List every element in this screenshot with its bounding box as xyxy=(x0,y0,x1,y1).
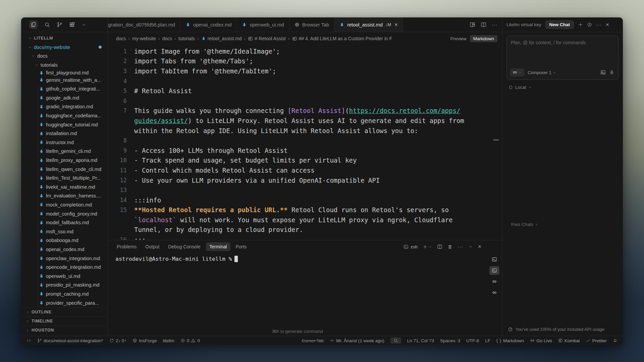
past-chats-link[interactable]: Past Chats xyxy=(511,222,538,227)
microphone-icon[interactable] xyxy=(609,70,614,75)
breadcrumb-item[interactable]: ## 4. Add LiteLLM as a Custom Provider i… xyxy=(292,36,392,41)
file-model-fallbacks-md[interactable]: model_fallbacks.md xyxy=(21,218,108,227)
chat-tab-previous[interactable]: Litellm virtual key xyxy=(506,22,541,27)
file-instructor-md[interactable]: instructor.md xyxy=(21,138,108,147)
split-icon[interactable] xyxy=(481,22,486,27)
close-panel-icon[interactable]: × xyxy=(478,243,481,250)
terminal-instance[interactable] xyxy=(489,255,499,264)
file-gemini-realtime-with-a-[interactable]: gemini_realtime_with_a... xyxy=(21,75,108,84)
file-huggingface-codellama-[interactable]: huggingface_codellama... xyxy=(21,111,108,120)
terminal-tab-terminal[interactable]: Terminal xyxy=(206,242,230,251)
file-litellm-qwen-code-cli-md[interactable]: litellm_qwen_code_cli.md xyxy=(21,165,108,174)
environment-selector[interactable]: Local xyxy=(508,85,619,90)
breadcrumb-item[interactable]: my-website xyxy=(132,36,156,41)
section-houston[interactable]: HOUSTON xyxy=(21,325,108,335)
folder-tutorials[interactable]: tutorials xyxy=(21,61,108,70)
split-terminal-icon[interactable] xyxy=(437,244,442,249)
file-opencode-integration-md[interactable]: opencode_integration.md xyxy=(21,263,108,272)
status-mr-nand-1-week-ago-[interactable]: Mr. Ånand (1 week ago) xyxy=(330,338,384,343)
folder-docs-my-website[interactable]: docs/my-website xyxy=(21,43,108,52)
status-lf[interactable]: LF xyxy=(485,338,490,343)
chat-more-icon[interactable]: ··· xyxy=(596,22,602,27)
status-item[interactable]: 00 xyxy=(180,338,200,343)
section-timeline[interactable]: TIMELINE xyxy=(21,316,108,325)
status-kombai[interactable]: Kombai xyxy=(558,338,580,343)
attach-image-icon[interactable] xyxy=(600,70,606,75)
file-first-playground-md[interactable]: first_playground.md xyxy=(21,69,108,75)
file-lm-evaluation-harness-[interactable]: lm_evaluation_harness.... xyxy=(21,191,108,200)
file-livekit-xai-realtime-md[interactable]: livekit_xai_realtime.md xyxy=(21,183,108,192)
folder-docs[interactable]: docs xyxy=(21,52,108,61)
terminal-tab-problems[interactable]: Problems xyxy=(113,242,140,251)
tab-browser-tab[interactable]: Browser Tab xyxy=(289,17,334,32)
file-oobabooga-md[interactable]: oobabooga.md xyxy=(21,236,108,245)
tab-openai-codex-md[interactable]: openai_codex.md xyxy=(180,17,237,32)
status-insforge[interactable]: InsForge xyxy=(132,338,157,343)
status-utf-8[interactable]: UTF-8 xyxy=(466,338,479,343)
file-prompt-caching-md[interactable]: prompt_caching.md xyxy=(21,290,108,299)
file-msft-sso-md[interactable]: msft_sso.md xyxy=(21,227,108,236)
activity-search-button[interactable] xyxy=(44,22,50,27)
file-model-config-proxy-md[interactable]: model_config_proxy.md xyxy=(21,209,108,218)
tab-retool-assist-md[interactable]: retool_assist.md↓M× xyxy=(334,17,403,32)
chat-tab-new-chat[interactable]: New Chat xyxy=(545,20,574,29)
terminal-more-icon[interactable]: ··· xyxy=(458,244,463,249)
breadcrumb-item[interactable]: # Retool Assist xyxy=(248,36,286,41)
chat-history-icon[interactable] xyxy=(587,22,592,27)
file-provider-specific-para-[interactable]: provider_specific_para... xyxy=(21,298,108,307)
status-bell[interactable] xyxy=(613,338,618,343)
scrollbar-marker[interactable] xyxy=(493,139,499,140)
status-docs-retool-assist-integration-[interactable]: docs/retool-assist-integration* xyxy=(37,338,103,343)
terminal-tab-ports[interactable]: Ports xyxy=(232,242,250,251)
status-spaces-3[interactable]: Spaces: 3 xyxy=(440,338,460,343)
tab-gration-doc-d075fd58-plan-md[interactable]: gration_doc_d075fd58.plan.md xyxy=(108,17,180,32)
new-terminal-button[interactable] xyxy=(423,244,432,249)
status-litellm[interactable]: litellm xyxy=(163,338,174,343)
terminal-tab-debug-console[interactable]: Debug Console xyxy=(165,242,204,251)
kill-terminal-icon[interactable] xyxy=(447,244,452,249)
status-go-live[interactable]: Go Live xyxy=(530,338,552,343)
file-gradio-integration-md[interactable]: gradio_integration.md xyxy=(21,102,108,111)
preview-button[interactable]: Preview xyxy=(450,36,467,41)
activity-extensions-button[interactable] xyxy=(69,22,75,27)
file-installation-md[interactable]: installation.md xyxy=(21,129,108,138)
composer-selector[interactable]: Composer 1 xyxy=(528,70,556,75)
file-google-adk-md[interactable]: google_adk.md xyxy=(21,94,108,103)
breadcrumb-item[interactable]: retool_assist.md xyxy=(201,36,242,41)
chat-input[interactable]: Plan, @ for context, / for commands ∞ Co… xyxy=(506,36,619,80)
split-search-icon[interactable] xyxy=(470,22,475,27)
tab-close-icon[interactable]: × xyxy=(394,21,398,28)
status-markdown[interactable]: { }Markdown xyxy=(496,338,524,343)
terminal-instance[interactable] xyxy=(489,266,499,275)
section-outline[interactable]: OUTLINE xyxy=(21,307,108,316)
status-cursor-tab[interactable]: Cursor Tab xyxy=(302,338,324,343)
file-presidio-pii-masking-md[interactable]: presidio_pii_masking.md xyxy=(21,281,108,290)
activity-git-branch-button[interactable] xyxy=(57,22,62,27)
status-ln-71-col-73[interactable]: Ln 71, Col 73 xyxy=(407,338,434,343)
file-litellm-test-multiple-pr-[interactable]: litellm_Test_Multiple_Pr... xyxy=(21,174,108,183)
model-selector[interactable]: ∞ xyxy=(510,68,524,76)
tab-openweb-ui-md[interactable]: openweb_ui.md xyxy=(237,17,289,32)
file-openweb-ui-md[interactable]: openweb_ui.md xyxy=(21,272,108,281)
shell-indicator[interactable]: zsh xyxy=(404,244,418,249)
file-github-copilot-integrati-[interactable]: github_copilot_integrati... xyxy=(21,84,108,94)
terminal-body[interactable]: astrodevil@Astro-Mac-mini litellm % ⌘K t… xyxy=(108,253,502,336)
agent-terminal-instance[interactable]: ∞ xyxy=(489,288,499,297)
file-openai-codex-md[interactable]: openai_codex.md xyxy=(21,245,108,254)
explorer-root[interactable]: LITELLM xyxy=(21,34,108,43)
status-remote[interactable] xyxy=(26,338,31,343)
status-prettier[interactable]: Prettier xyxy=(586,338,607,343)
file-litellm-proxy-aporia-md[interactable]: litellm_proxy_aporia.md xyxy=(21,156,108,165)
code-editor[interactable]: 1import Image from '@theme/IdealImage';2… xyxy=(108,45,502,240)
chat-close-icon[interactable]: × xyxy=(606,21,609,28)
terminal-tab-output[interactable]: Output xyxy=(142,242,163,251)
file-huggingface-tutorial-md[interactable]: huggingface_tutorial.md xyxy=(21,120,108,129)
markdown-button[interactable]: Markdown xyxy=(470,35,497,42)
activity-chevron-down-button[interactable] xyxy=(82,22,86,27)
status-search[interactable] xyxy=(390,338,401,344)
ellipsis-icon[interactable]: ··· xyxy=(492,22,497,28)
maximize-panel-icon[interactable] xyxy=(468,244,473,249)
breadcrumb-item[interactable]: docs xyxy=(116,36,126,41)
file-litellm-gemini-cli-md[interactable]: litellm_gemini_cli.md xyxy=(21,147,108,156)
file-mock-completion-md[interactable]: mock_completion.md xyxy=(21,200,108,209)
